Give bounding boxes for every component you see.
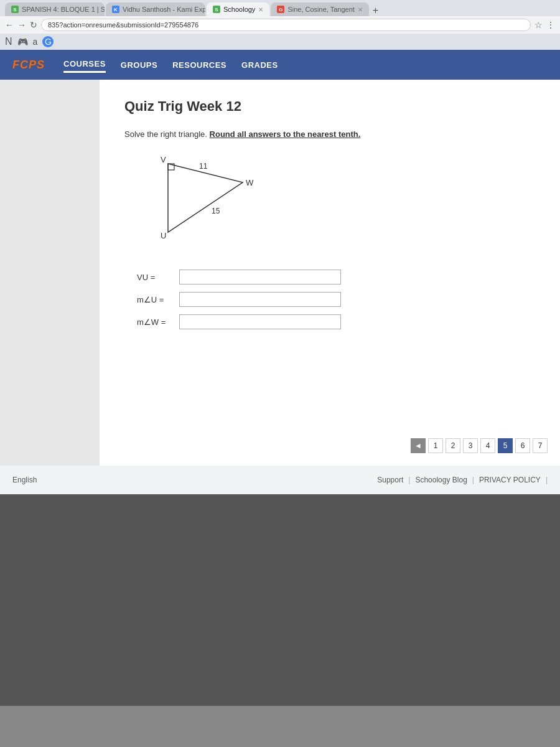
page-footer: English Support | Schoology Blog | PRIVA… bbox=[0, 466, 560, 494]
menu-button[interactable]: ⋮ bbox=[546, 20, 555, 30]
svg-text:15: 15 bbox=[212, 207, 220, 215]
input-vu[interactable] bbox=[179, 270, 341, 284]
footer-blog[interactable]: Schoology Blog bbox=[415, 476, 467, 484]
tab-close-4[interactable]: ✕ bbox=[358, 6, 363, 13]
tab-1[interactable]: S SPANISH 4: BLOQUE 1 | Schoolo ✕ bbox=[5, 2, 105, 16]
back-button[interactable]: ← bbox=[5, 20, 14, 30]
triangle-svg: V W U 11 15 bbox=[143, 151, 280, 251]
netflix-icon[interactable]: N bbox=[5, 36, 12, 47]
input-mzw[interactable] bbox=[179, 314, 341, 329]
fcps-logo-text: FCPS bbox=[12, 59, 45, 71]
new-tab-button[interactable]: + bbox=[373, 5, 378, 16]
instruction-bold: Round all answers to the nearest tenth. bbox=[210, 129, 361, 139]
browser-chrome: S SPANISH 4: BLOQUE 1 | Schoolo ✕ K Vidh… bbox=[0, 0, 560, 50]
label-mzw: m∠W = bbox=[137, 317, 174, 327]
page-btn-5[interactable]: 5 bbox=[498, 438, 513, 453]
tab-3[interactable]: S Schoology ✕ bbox=[207, 2, 269, 16]
svg-text:W: W bbox=[246, 178, 254, 187]
content-layout: Quiz Trig Week 12 Solve the right triang… bbox=[0, 80, 560, 466]
top-navigation: FCPS COURSES GROUPS RESOURCES GRADES bbox=[0, 50, 560, 80]
page-btn-7[interactable]: 7 bbox=[533, 438, 548, 453]
nav-resources[interactable]: RESOURCES bbox=[172, 58, 226, 72]
game-icon[interactable]: 🎮 bbox=[17, 37, 28, 47]
footer-divider-3: | bbox=[546, 476, 548, 484]
input-mzu[interactable] bbox=[179, 292, 341, 307]
page-prev-button[interactable]: ◄ bbox=[411, 438, 426, 453]
nav-courses[interactable]: COURSES bbox=[63, 57, 106, 73]
svg-marker-0 bbox=[168, 164, 243, 232]
tab-label-1: SPANISH 4: BLOQUE 1 | Schoolo bbox=[22, 6, 105, 13]
tab-2[interactable]: K Vidhu Santhosh - Kami Export - ✕ bbox=[106, 2, 205, 16]
address-bar[interactable]: 835?action=onresume&submissionId=2795548… bbox=[41, 19, 531, 31]
tab-favicon-2: K bbox=[112, 6, 119, 13]
label-mzu: m∠U = bbox=[137, 295, 174, 304]
address-text: 835?action=onresume&submissionId=2795548… bbox=[48, 21, 198, 29]
tab-close-3[interactable]: ✕ bbox=[258, 6, 263, 13]
pagination: ◄ 1 2 3 4 5 6 7 bbox=[411, 438, 548, 453]
instruction-prefix: Solve the right triangle. bbox=[124, 129, 207, 139]
browser-toolbar: N 🎮 a G bbox=[0, 34, 560, 50]
refresh-button[interactable]: ↻ bbox=[30, 20, 37, 30]
tab-label-2: Vidhu Santhosh - Kami Export - bbox=[123, 6, 205, 13]
answer-fields: VU = m∠U = m∠W = bbox=[137, 270, 535, 329]
address-bar-row: ← → ↻ 835?action=onresume&submissionId=2… bbox=[0, 16, 560, 34]
page-btn-4[interactable]: 4 bbox=[480, 438, 495, 453]
main-content: Quiz Trig Week 12 Solve the right triang… bbox=[100, 80, 560, 466]
field-row-vu: VU = bbox=[137, 270, 535, 284]
footer-language[interactable]: English bbox=[12, 476, 37, 484]
tab-label-3: Schoology bbox=[223, 6, 255, 13]
page-btn-6[interactable]: 6 bbox=[515, 438, 530, 453]
page-wrapper: FCPS COURSES GROUPS RESOURCES GRADES Qui… bbox=[0, 50, 560, 494]
quiz-instruction: Solve the right triangle. Round all answ… bbox=[124, 129, 535, 139]
page-btn-1[interactable]: 1 bbox=[428, 438, 443, 453]
page-btn-2[interactable]: 2 bbox=[446, 438, 460, 453]
tab-favicon-4: G bbox=[277, 6, 284, 13]
nav-groups[interactable]: GROUPS bbox=[121, 58, 157, 72]
quiz-title: Quiz Trig Week 12 bbox=[124, 98, 535, 115]
footer-divider-2: | bbox=[472, 476, 474, 484]
quiz-container: Quiz Trig Week 12 Solve the right triang… bbox=[100, 80, 560, 466]
tab-favicon-1: S bbox=[11, 6, 19, 13]
svg-text:V: V bbox=[161, 155, 166, 164]
forward-button[interactable]: → bbox=[17, 20, 26, 30]
tab-4[interactable]: G Sine, Cosine, Tangent ✕ bbox=[271, 2, 368, 16]
svg-text:11: 11 bbox=[199, 162, 208, 171]
bookmark-button[interactable]: ☆ bbox=[534, 20, 543, 30]
field-row-mzu: m∠U = bbox=[137, 292, 535, 307]
footer-privacy[interactable]: PRIVACY POLICY bbox=[479, 476, 541, 484]
left-sidebar bbox=[0, 80, 100, 466]
label-vu: VU = bbox=[137, 273, 174, 282]
svg-text:U: U bbox=[161, 231, 166, 240]
amazon-icon[interactable]: a bbox=[33, 37, 38, 47]
nav-items: COURSES GROUPS RESOURCES GRADES bbox=[63, 57, 278, 73]
triangle-diagram: V W U 11 15 bbox=[143, 151, 280, 251]
account-icon[interactable]: G bbox=[42, 36, 54, 47]
tab-bar: S SPANISH 4: BLOQUE 1 | Schoolo ✕ K Vidh… bbox=[0, 2, 560, 16]
bottom-dark-area bbox=[0, 494, 560, 706]
footer-support[interactable]: Support bbox=[377, 476, 403, 484]
footer-links: Support | Schoology Blog | PRIVACY POLIC… bbox=[377, 476, 548, 484]
tab-label-4: Sine, Cosine, Tangent bbox=[287, 6, 354, 13]
tab-favicon-3: S bbox=[213, 6, 220, 13]
fcps-logo: FCPS bbox=[12, 59, 45, 72]
nav-grades[interactable]: GRADES bbox=[241, 58, 278, 72]
field-row-mzw: m∠W = bbox=[137, 314, 535, 329]
footer-divider-1: | bbox=[408, 476, 410, 484]
page-btn-3[interactable]: 3 bbox=[463, 438, 478, 453]
